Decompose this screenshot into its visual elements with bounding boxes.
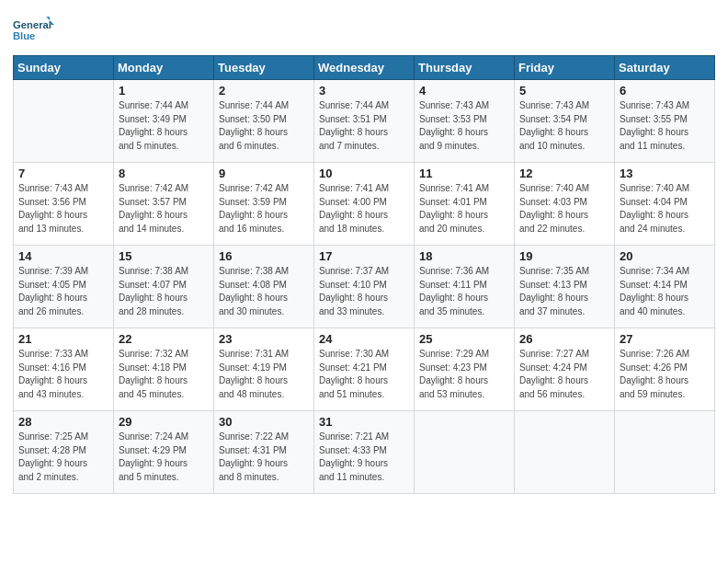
header-cell-tuesday: Tuesday bbox=[214, 56, 314, 80]
day-number: 28 bbox=[18, 415, 108, 429]
day-info: Sunrise: 7:41 AMSunset: 4:00 PMDaylight:… bbox=[319, 182, 409, 236]
day-info: Sunrise: 7:38 AMSunset: 4:08 PMDaylight:… bbox=[219, 265, 309, 318]
week-row-4: 21Sunrise: 7:33 AMSunset: 4:16 PMDayligh… bbox=[14, 328, 715, 411]
day-number: 31 bbox=[319, 415, 409, 429]
day-info: Sunrise: 7:30 AMSunset: 4:21 PMDaylight:… bbox=[319, 348, 409, 401]
day-info: Sunrise: 7:44 AMSunset: 3:49 PMDaylight:… bbox=[119, 99, 209, 153]
day-info: Sunrise: 7:31 AMSunset: 4:19 PMDaylight:… bbox=[219, 348, 309, 401]
header: General Blue bbox=[13, 9, 715, 50]
day-cell: 2Sunrise: 7:44 AMSunset: 3:50 PMDaylight… bbox=[214, 80, 314, 163]
day-cell bbox=[14, 80, 114, 163]
day-info: Sunrise: 7:34 AMSunset: 4:14 PMDaylight:… bbox=[620, 265, 710, 318]
day-info: Sunrise: 7:24 AMSunset: 4:29 PMDaylight:… bbox=[119, 431, 209, 484]
day-cell: 10Sunrise: 7:41 AMSunset: 4:00 PMDayligh… bbox=[314, 163, 415, 246]
day-number: 3 bbox=[319, 84, 409, 98]
svg-text:Blue: Blue bbox=[13, 30, 35, 41]
day-info: Sunrise: 7:43 AMSunset: 3:55 PMDaylight:… bbox=[620, 99, 710, 153]
week-row-3: 14Sunrise: 7:39 AMSunset: 4:05 PMDayligh… bbox=[14, 246, 715, 328]
day-info: Sunrise: 7:25 AMSunset: 4:28 PMDaylight:… bbox=[18, 431, 108, 484]
day-number: 15 bbox=[119, 249, 209, 263]
day-cell: 21Sunrise: 7:33 AMSunset: 4:16 PMDayligh… bbox=[14, 328, 114, 411]
header-row: SundayMondayTuesdayWednesdayThursdayFrid… bbox=[14, 56, 715, 80]
day-number: 14 bbox=[18, 249, 108, 263]
day-cell: 1Sunrise: 7:44 AMSunset: 3:49 PMDaylight… bbox=[114, 80, 214, 163]
day-info: Sunrise: 7:22 AMSunset: 4:31 PMDaylight:… bbox=[219, 431, 309, 484]
svg-text:General: General bbox=[13, 19, 51, 30]
day-info: Sunrise: 7:27 AMSunset: 4:24 PMDaylight:… bbox=[519, 348, 609, 401]
day-number: 18 bbox=[419, 249, 509, 263]
day-info: Sunrise: 7:43 AMSunset: 3:56 PMDaylight:… bbox=[18, 182, 108, 236]
day-number: 21 bbox=[18, 332, 108, 346]
day-info: Sunrise: 7:42 AMSunset: 3:57 PMDaylight:… bbox=[119, 182, 209, 236]
day-cell: 4Sunrise: 7:43 AMSunset: 3:53 PMDaylight… bbox=[415, 80, 515, 163]
day-info: Sunrise: 7:38 AMSunset: 4:07 PMDaylight:… bbox=[119, 265, 209, 318]
week-row-1: 1Sunrise: 7:44 AMSunset: 3:49 PMDaylight… bbox=[14, 80, 715, 163]
day-info: Sunrise: 7:33 AMSunset: 4:16 PMDaylight:… bbox=[18, 348, 108, 401]
day-cell: 20Sunrise: 7:34 AMSunset: 4:14 PMDayligh… bbox=[615, 246, 715, 328]
header-cell-saturday: Saturday bbox=[615, 56, 715, 80]
day-number: 23 bbox=[219, 332, 309, 346]
day-cell: 6Sunrise: 7:43 AMSunset: 3:55 PMDaylight… bbox=[615, 80, 715, 163]
day-number: 22 bbox=[119, 332, 209, 346]
day-cell: 8Sunrise: 7:42 AMSunset: 3:57 PMDaylight… bbox=[114, 163, 214, 246]
day-number: 10 bbox=[319, 167, 409, 180]
day-cell: 12Sunrise: 7:40 AMSunset: 4:03 PMDayligh… bbox=[515, 163, 615, 246]
week-row-2: 7Sunrise: 7:43 AMSunset: 3:56 PMDaylight… bbox=[14, 163, 715, 246]
day-info: Sunrise: 7:41 AMSunset: 4:01 PMDaylight:… bbox=[419, 182, 509, 236]
day-info: Sunrise: 7:44 AMSunset: 3:50 PMDaylight:… bbox=[219, 99, 309, 153]
calendar-table: SundayMondayTuesdayWednesdayThursdayFrid… bbox=[13, 55, 715, 494]
day-number: 16 bbox=[219, 249, 309, 263]
day-cell: 11Sunrise: 7:41 AMSunset: 4:01 PMDayligh… bbox=[415, 163, 515, 246]
day-cell: 16Sunrise: 7:38 AMSunset: 4:08 PMDayligh… bbox=[214, 246, 314, 328]
day-cell bbox=[415, 411, 515, 494]
day-number: 1 bbox=[119, 84, 209, 98]
day-number: 9 bbox=[219, 167, 309, 180]
day-info: Sunrise: 7:43 AMSunset: 3:53 PMDaylight:… bbox=[419, 99, 509, 153]
day-cell: 13Sunrise: 7:40 AMSunset: 4:04 PMDayligh… bbox=[615, 163, 715, 246]
day-cell: 15Sunrise: 7:38 AMSunset: 4:07 PMDayligh… bbox=[114, 246, 214, 328]
day-cell: 3Sunrise: 7:44 AMSunset: 3:51 PMDaylight… bbox=[314, 80, 415, 163]
day-number: 27 bbox=[620, 332, 710, 346]
day-info: Sunrise: 7:21 AMSunset: 4:33 PMDaylight:… bbox=[319, 431, 409, 484]
day-info: Sunrise: 7:44 AMSunset: 3:51 PMDaylight:… bbox=[319, 99, 409, 153]
day-number: 24 bbox=[319, 332, 409, 346]
day-number: 29 bbox=[119, 415, 209, 429]
day-cell: 14Sunrise: 7:39 AMSunset: 4:05 PMDayligh… bbox=[14, 246, 114, 328]
day-cell: 17Sunrise: 7:37 AMSunset: 4:10 PMDayligh… bbox=[314, 246, 415, 328]
logo: General Blue bbox=[13, 9, 59, 50]
day-cell bbox=[515, 411, 615, 494]
day-info: Sunrise: 7:40 AMSunset: 4:04 PMDaylight:… bbox=[620, 182, 710, 236]
day-number: 7 bbox=[18, 167, 108, 180]
day-info: Sunrise: 7:35 AMSunset: 4:13 PMDaylight:… bbox=[519, 265, 609, 318]
day-number: 5 bbox=[519, 84, 609, 98]
day-info: Sunrise: 7:42 AMSunset: 3:59 PMDaylight:… bbox=[219, 182, 309, 236]
day-info: Sunrise: 7:32 AMSunset: 4:18 PMDaylight:… bbox=[119, 348, 209, 401]
header-cell-sunday: Sunday bbox=[14, 56, 114, 80]
day-number: 17 bbox=[319, 249, 409, 263]
day-cell: 28Sunrise: 7:25 AMSunset: 4:28 PMDayligh… bbox=[14, 411, 114, 494]
header-cell-monday: Monday bbox=[114, 56, 214, 80]
day-number: 6 bbox=[620, 84, 710, 98]
day-number: 13 bbox=[620, 167, 710, 180]
day-cell: 23Sunrise: 7:31 AMSunset: 4:19 PMDayligh… bbox=[214, 328, 314, 411]
day-cell: 26Sunrise: 7:27 AMSunset: 4:24 PMDayligh… bbox=[515, 328, 615, 411]
day-number: 30 bbox=[219, 415, 309, 429]
header-cell-wednesday: Wednesday bbox=[314, 56, 415, 80]
day-cell: 24Sunrise: 7:30 AMSunset: 4:21 PMDayligh… bbox=[314, 328, 415, 411]
day-number: 20 bbox=[620, 249, 710, 263]
header-cell-thursday: Thursday bbox=[415, 56, 515, 80]
day-cell: 30Sunrise: 7:22 AMSunset: 4:31 PMDayligh… bbox=[214, 411, 314, 494]
day-cell: 31Sunrise: 7:21 AMSunset: 4:33 PMDayligh… bbox=[314, 411, 415, 494]
day-info: Sunrise: 7:43 AMSunset: 3:54 PMDaylight:… bbox=[519, 99, 609, 153]
day-cell: 25Sunrise: 7:29 AMSunset: 4:23 PMDayligh… bbox=[415, 328, 515, 411]
day-number: 8 bbox=[119, 167, 209, 180]
day-cell: 18Sunrise: 7:36 AMSunset: 4:11 PMDayligh… bbox=[415, 246, 515, 328]
day-info: Sunrise: 7:26 AMSunset: 4:26 PMDaylight:… bbox=[620, 348, 710, 401]
week-row-5: 28Sunrise: 7:25 AMSunset: 4:28 PMDayligh… bbox=[14, 411, 715, 494]
day-info: Sunrise: 7:29 AMSunset: 4:23 PMDaylight:… bbox=[419, 348, 509, 401]
day-info: Sunrise: 7:37 AMSunset: 4:10 PMDaylight:… bbox=[319, 265, 409, 318]
day-number: 19 bbox=[519, 249, 609, 263]
day-cell bbox=[615, 411, 715, 494]
day-number: 11 bbox=[419, 167, 509, 180]
main-container: General Blue SundayMondayTuesdayWednesda… bbox=[0, 0, 728, 503]
